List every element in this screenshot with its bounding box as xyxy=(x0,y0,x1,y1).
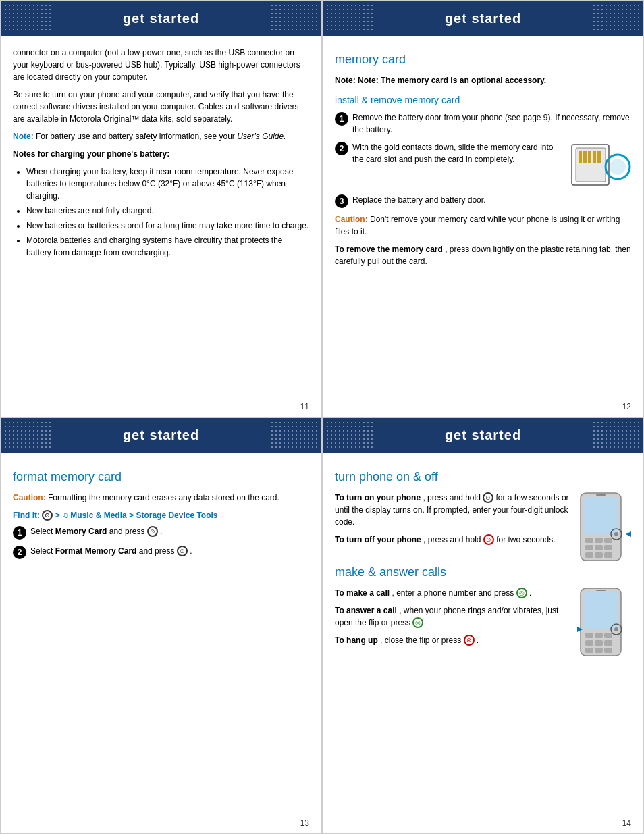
step-2-num: 2 xyxy=(335,142,348,155)
caution-label: Caution: xyxy=(335,215,370,224)
step-2-container: 2 With the gold contacts down, slide the… xyxy=(335,141,631,194)
turn-off-bold: To turn off your phone xyxy=(335,535,421,544)
svg-rect-14 xyxy=(604,538,612,543)
list-item-3: New batteries or batteries stored for a … xyxy=(26,219,309,232)
format-step-2-content: Select Format Memory Card and press ⊙ . xyxy=(30,545,309,557)
page-14-title: get started xyxy=(445,427,521,443)
format-step-1-pre: Select xyxy=(30,527,55,536)
step-1-text: Remove the battery door from your phone … xyxy=(352,113,630,134)
memory-card-title: memory card xyxy=(335,51,631,69)
step-2: 2 With the gold contacts down, slide the… xyxy=(335,141,564,165)
list-item-4: Motorola batteries and charging systems … xyxy=(26,234,309,259)
format-step-1-memory: Memory Card xyxy=(55,527,107,536)
format-step-2-end: . xyxy=(190,546,192,556)
step-3: 3 Replace the battery and battery door. xyxy=(335,194,631,208)
list-item-1: When charging your battery, keep it near… xyxy=(26,165,309,202)
svg-rect-12 xyxy=(585,538,593,543)
svg-rect-33 xyxy=(585,648,593,653)
page-11-content: connector on a computer (not a low-power… xyxy=(1,36,321,396)
hang-up-icon: ⊗ xyxy=(464,635,475,646)
dots-pattern-right-14 xyxy=(592,421,641,450)
step-1-num: 1 xyxy=(335,112,348,126)
memory-note-text: Note: The memory card is an optional acc… xyxy=(358,76,546,85)
header-dots-left-12 xyxy=(323,1,377,36)
svg-marker-23 xyxy=(626,531,631,538)
page-12-number: 12 xyxy=(323,396,643,417)
find-it-label: Find it: xyxy=(13,511,42,520)
turn-off-text2: for two seconds. xyxy=(496,535,555,544)
svg-rect-18 xyxy=(585,552,593,558)
svg-rect-32 xyxy=(604,640,612,646)
turn-on-off-title: turn phone on & off xyxy=(335,468,631,486)
turn-off-text: , press and hold xyxy=(423,535,483,544)
find-it-path-music: Music & Media > Storage Device Tools xyxy=(70,511,217,520)
find-it-arrow: > xyxy=(55,511,62,520)
format-step-1-icon: ⊙ xyxy=(147,526,158,537)
page-12-content: memory card Note: Note: The memory card … xyxy=(323,36,643,396)
svg-rect-11 xyxy=(596,494,606,496)
format-step-1-content: Select Memory Card and press ⊙ . xyxy=(30,525,309,538)
make-call-text: , enter a phone number and press xyxy=(392,588,516,598)
page-14-header: get started xyxy=(323,418,643,453)
page-grid: get started connector on a computer (not… xyxy=(0,0,644,834)
svg-rect-16 xyxy=(595,545,603,550)
svg-point-37 xyxy=(614,627,618,631)
dots-pattern-left-11 xyxy=(3,3,52,33)
answer-call-bold: To answer a call xyxy=(335,606,397,615)
dots-pattern-left-13 xyxy=(3,421,52,450)
memory-card-illustration xyxy=(570,141,631,188)
page-11: get started connector on a computer (not… xyxy=(0,0,322,417)
header-dots-right-11 xyxy=(267,1,321,36)
svg-rect-15 xyxy=(585,545,593,550)
svg-rect-19 xyxy=(595,552,603,558)
format-memory-title: format memory card xyxy=(13,468,309,486)
page-11-para1: connector on a computer (not a low-power… xyxy=(13,47,309,83)
svg-rect-35 xyxy=(604,648,612,653)
svg-rect-2 xyxy=(579,151,582,163)
page-13-header: get started xyxy=(1,418,321,453)
make-call-end: . xyxy=(529,588,531,598)
format-step-2-mid: and press xyxy=(139,546,177,556)
svg-rect-28 xyxy=(595,633,603,638)
page-11-title: get started xyxy=(123,11,199,26)
svg-rect-29 xyxy=(604,633,612,638)
hang-up-text: , close the flip or press xyxy=(380,635,463,645)
memory-card-note: Note: Note: The memory card is an option… xyxy=(335,74,631,86)
format-caution-text: Formatting the memory card erases any da… xyxy=(48,493,279,502)
caution-body: Don't remove your memory card while your… xyxy=(335,215,620,236)
svg-point-8 xyxy=(610,159,626,175)
page-11-number: 11 xyxy=(1,396,321,417)
svg-rect-13 xyxy=(595,538,603,543)
remove-text: To remove the memory card , press down l… xyxy=(335,243,631,267)
answer-call-end: . xyxy=(426,618,428,627)
turn-on-icon: ⊙ xyxy=(483,492,493,503)
install-remove-title: install & remove memory card xyxy=(335,93,631,107)
step-1: 1 Remove the battery door from your phon… xyxy=(335,111,631,136)
hang-up-bold: To hang up xyxy=(335,635,378,645)
svg-rect-31 xyxy=(595,640,603,646)
format-step-2-pre: Select xyxy=(30,546,55,556)
page-14-number: 14 xyxy=(323,813,643,833)
svg-rect-3 xyxy=(583,151,587,163)
step-3-text: Replace the battery and battery door. xyxy=(352,195,485,205)
page-14: get started turn phone on & off xyxy=(322,417,644,835)
svg-point-22 xyxy=(614,532,618,536)
page-12-title: get started xyxy=(445,11,521,26)
format-step-1-num: 1 xyxy=(13,526,26,540)
header-dots-right-12 xyxy=(589,1,643,36)
nav-icon: ⊙ xyxy=(42,510,53,521)
svg-rect-5 xyxy=(593,151,596,163)
dots-pattern-right-13 xyxy=(270,421,319,450)
turn-on-bold: To turn on your phone xyxy=(335,493,421,502)
make-call-icon: ◎ xyxy=(516,588,527,598)
remove-bold: To remove the memory card xyxy=(335,244,443,254)
svg-rect-34 xyxy=(595,648,603,653)
find-it-music-icon: ♫ xyxy=(62,511,68,520)
make-answer-container: To make a call , enter a phone number an… xyxy=(335,587,631,654)
format-step-2-format: Format Memory Card xyxy=(55,546,137,556)
note-label: Note: xyxy=(13,132,34,141)
answer-call-icon: ◎ xyxy=(412,617,423,628)
dots-pattern-left-12 xyxy=(325,3,374,33)
page-11-para2: Be sure to turn on your phone and your c… xyxy=(13,88,309,125)
svg-rect-4 xyxy=(588,151,591,163)
